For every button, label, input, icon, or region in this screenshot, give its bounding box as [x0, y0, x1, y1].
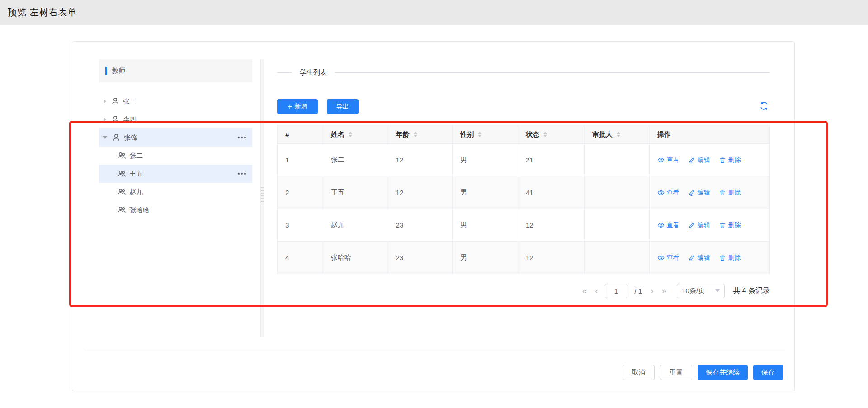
- cell-index: 3: [278, 209, 323, 242]
- users-icon: [117, 169, 126, 178]
- column-header-age[interactable]: 年龄: [388, 125, 453, 144]
- tree-item-zhangfeng[interactable]: 张锋: [99, 128, 252, 147]
- cell-name: 张二: [323, 144, 388, 176]
- user-icon: [112, 133, 121, 142]
- eye-icon: [657, 222, 665, 229]
- ellipsis-icon[interactable]: [237, 135, 247, 140]
- cell-status: 21: [518, 144, 585, 176]
- sort-icons[interactable]: [617, 132, 620, 137]
- cell-name: 王五: [323, 176, 388, 209]
- add-button[interactable]: + 新增: [277, 99, 318, 114]
- view-link[interactable]: 查看: [657, 189, 679, 197]
- cell-name: 张哈哈: [323, 242, 388, 274]
- tree-item-zhanger[interactable]: 张二: [99, 147, 252, 165]
- cell-actions: 查看 编辑 删除: [650, 176, 769, 209]
- tree-item-zhaojiu[interactable]: 赵九: [99, 183, 252, 201]
- section-header: 学生列表: [277, 68, 770, 77]
- export-button-label: 导出: [336, 103, 349, 111]
- page-size-select[interactable]: 10条/页: [677, 284, 725, 298]
- cell-approver: [585, 242, 650, 274]
- tree-item-label: 王五: [129, 170, 143, 178]
- column-header-status[interactable]: 状态: [518, 125, 585, 144]
- tree-header-label: 教师: [112, 66, 125, 75]
- cell-gender: 男: [453, 176, 518, 209]
- next-page-button[interactable]: ›: [646, 284, 657, 298]
- divider-line: [277, 72, 292, 73]
- pencil-icon: [688, 157, 695, 164]
- tree-item-zhangsan[interactable]: 张三: [99, 92, 252, 110]
- reset-button[interactable]: 重置: [660, 365, 692, 380]
- caret-right-icon[interactable]: [104, 99, 106, 104]
- table-row: 2 王五 12 男 41 查看 编辑 删除: [278, 176, 769, 209]
- tree-item-label: 张哈哈: [129, 206, 150, 214]
- cell-status: 41: [518, 176, 585, 209]
- users-icon: [117, 187, 126, 196]
- view-link[interactable]: 查看: [657, 221, 679, 229]
- last-page-button[interactable]: »: [658, 284, 671, 298]
- trash-icon: [719, 222, 726, 229]
- cell-actions: 查看 编辑 删除: [650, 209, 769, 242]
- delete-link[interactable]: 删除: [719, 221, 741, 229]
- delete-link[interactable]: 删除: [719, 156, 741, 164]
- panel-splitter[interactable]: [260, 59, 264, 337]
- table-toolbar: + 新增 导出: [277, 99, 770, 114]
- first-page-button[interactable]: «: [578, 284, 591, 298]
- pencil-icon: [688, 254, 695, 261]
- form-preview-card: 教师 张三 李四 张锋 张二 王五: [72, 41, 795, 391]
- sort-icons[interactable]: [349, 132, 352, 137]
- pagination: « ‹ 1 / 1 › » 10条/页 共 4 条记录: [578, 284, 770, 298]
- cell-age: 12: [388, 176, 453, 209]
- tree-item-lisi[interactable]: 李四: [99, 110, 252, 128]
- eye-icon: [657, 254, 665, 261]
- user-icon: [111, 97, 120, 106]
- table-row: 1 张二 12 男 21 查看 编辑 删除: [278, 144, 769, 176]
- cell-age: 12: [388, 144, 453, 176]
- sort-icons[interactable]: [478, 132, 481, 137]
- ellipsis-icon[interactable]: [237, 171, 247, 176]
- prev-page-button[interactable]: ‹: [591, 284, 602, 298]
- cancel-button[interactable]: 取消: [623, 365, 655, 380]
- total-records-label: 共 4 条记录: [733, 286, 770, 296]
- caret-down-icon[interactable]: [103, 136, 107, 139]
- cell-status: 12: [518, 209, 585, 242]
- drag-handle-icon: [261, 187, 264, 204]
- trash-icon: [719, 157, 726, 164]
- user-icon: [111, 115, 120, 124]
- sort-icons[interactable]: [414, 132, 417, 137]
- cell-index: 2: [278, 176, 323, 209]
- edit-link[interactable]: 编辑: [688, 221, 710, 229]
- table-header-row: # 姓名 年龄 性别 状态 审批人 操作: [278, 125, 769, 144]
- trash-icon: [719, 189, 726, 196]
- sort-icons[interactable]: [543, 132, 547, 137]
- column-header-approver[interactable]: 审批人: [585, 125, 650, 144]
- student-table: # 姓名 年龄 性别 状态 审批人 操作 1 张二 12 男 21 查看 编辑: [277, 125, 770, 274]
- tree-item-wangwu[interactable]: 王五: [99, 165, 252, 183]
- view-link[interactable]: 查看: [657, 156, 679, 164]
- edit-link[interactable]: 编辑: [688, 156, 710, 164]
- save-button[interactable]: 保存: [753, 365, 783, 380]
- delete-link[interactable]: 删除: [719, 254, 741, 262]
- column-header-name[interactable]: 姓名: [323, 125, 388, 144]
- delete-link[interactable]: 删除: [719, 189, 741, 197]
- chevron-down-icon: [715, 289, 720, 292]
- save-and-continue-button[interactable]: 保存并继续: [698, 365, 748, 380]
- view-link[interactable]: 查看: [657, 254, 679, 262]
- pencil-icon: [688, 222, 695, 229]
- tree-list: 张三 李四 张锋 张二 王五 赵九: [99, 92, 252, 219]
- eye-icon: [657, 157, 665, 164]
- cell-age: 23: [388, 209, 453, 242]
- caret-right-icon[interactable]: [104, 117, 106, 122]
- tree-item-zhanghaha[interactable]: 张哈哈: [99, 201, 252, 219]
- column-header-gender[interactable]: 性别: [453, 125, 518, 144]
- table-row: 3 赵九 23 男 12 查看 编辑 删除: [278, 209, 769, 242]
- cell-actions: 查看 编辑 删除: [650, 242, 769, 274]
- refresh-icon[interactable]: [759, 101, 770, 112]
- export-button[interactable]: 导出: [327, 99, 359, 114]
- column-header-index: #: [278, 125, 323, 144]
- add-button-label: 新增: [295, 103, 307, 111]
- edit-link[interactable]: 编辑: [688, 189, 710, 197]
- page-number-input[interactable]: 1: [605, 284, 627, 298]
- edit-link[interactable]: 编辑: [688, 254, 710, 262]
- total-pages-label: / 1: [630, 287, 647, 295]
- cell-approver: [585, 144, 650, 176]
